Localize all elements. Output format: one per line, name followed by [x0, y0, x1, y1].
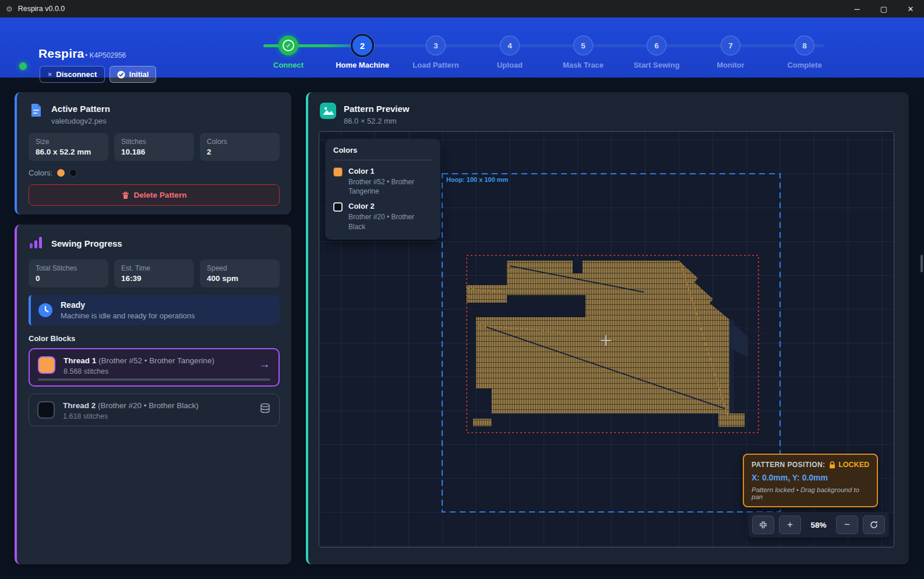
app-icon: ⚙: [6, 5, 13, 13]
step-upload[interactable]: 4 Upload: [474, 36, 546, 69]
step-start-sewing[interactable]: 6 Start Sewing: [620, 36, 693, 69]
minimize-button[interactable]: ─: [844, 0, 870, 17]
x-icon: ×: [48, 70, 52, 79]
stat-colors: Colors 2: [200, 133, 280, 161]
machine-status-banner: Ready Machine is idle and ready for oper…: [29, 295, 280, 325]
card-title: Pattern Preview: [344, 104, 410, 114]
zoom-level: 58%: [806, 521, 831, 529]
step-number: 3: [426, 36, 446, 55]
machine-serial: • K4P502956: [85, 51, 126, 59]
step-connect[interactable]: ✓ Connect: [252, 36, 325, 69]
delete-pattern-button[interactable]: Delete Pattern: [29, 184, 280, 206]
zoom-out-button[interactable]: −: [836, 515, 858, 534]
color-swatch-orange: [57, 169, 65, 177]
scrollbar-thumb[interactable]: [921, 255, 923, 272]
stat-est-time: Est. Time 16:39: [114, 259, 194, 287]
stat-size: Size 86.0 x 52.2 mm: [29, 133, 108, 161]
refresh-icon: [869, 520, 879, 529]
arrow-right-icon[interactable]: →: [259, 357, 270, 371]
legend-swatch-orange: [333, 167, 343, 177]
legend-title: Colors: [333, 146, 432, 155]
check-circle-icon: [117, 71, 125, 79]
position-title: PATTERN POSITION:: [752, 461, 825, 469]
hoop-label: Hoop: 100 x 100 mm: [446, 176, 509, 183]
step-number: 8: [795, 36, 814, 55]
zoom-toolbar: + 58% −: [748, 512, 889, 538]
color-swatch-black: [69, 169, 77, 177]
stat-stitches: Stitches 10.186: [114, 133, 194, 161]
pattern-dimensions: 86.0 × 52.2 mm: [344, 117, 410, 125]
image-icon: [320, 103, 336, 119]
step-number: 2: [351, 34, 374, 57]
maximize-button[interactable]: ▢: [870, 0, 897, 17]
app-header: Respira • K4P502956 × Disconnect Initial…: [0, 17, 924, 78]
layers-icon: [259, 402, 271, 416]
status-description: Machine is idle and ready for operations: [61, 311, 195, 320]
step-number: 6: [647, 36, 666, 55]
colors-label: Colors:: [29, 169, 52, 177]
lock-icon: [829, 461, 835, 469]
thread-2-block[interactable]: Thread 2 (Brother #20 • Brother Black) 1…: [29, 394, 280, 426]
step-mask-trace[interactable]: 5 Mask Trace: [547, 36, 619, 69]
pattern-position-overlay: PATTERN POSITION: LOCKED X: 0.0mm, Y: 0.…: [743, 454, 878, 507]
stat-speed: Speed 400 spm: [200, 259, 280, 287]
legend-color-2: Color 2 Brother #20 • Brother Black: [333, 202, 432, 231]
compress-icon: [759, 520, 768, 529]
bar-chart-icon: [29, 235, 44, 250]
refresh-view-button[interactable]: [863, 515, 885, 534]
step-home-machine[interactable]: 2 Home Machine: [326, 36, 398, 69]
zoom-in-button[interactable]: +: [779, 515, 801, 534]
active-pattern-card: Active Pattern valetudogv2.pes Size 86.0…: [15, 92, 291, 215]
pattern-preview-card: Pattern Preview 86.0 × 52.2 mm: [306, 92, 909, 564]
app-window: ⚙ Respira v0.0.0 ─ ▢ ✕ Respira • K4P5029…: [0, 0, 924, 579]
thread-2-stitches: 1.618 stitches: [63, 412, 199, 420]
stat-total-stitches: Total Stitches 0: [29, 259, 108, 287]
brand-title: Respira: [38, 47, 84, 61]
sewing-progress-card: Sewing Progress Total Stitches 0 Est. Ti…: [15, 224, 291, 564]
step-number: 4: [500, 36, 520, 55]
thread-1-progress-bar: [38, 378, 270, 381]
preview-canvas[interactable]: Hoop: 100 x 100 mm: [319, 131, 894, 548]
status-title: Ready: [61, 300, 195, 310]
card-title: Active Pattern: [51, 104, 110, 114]
titlebar[interactable]: ⚙ Respira v0.0.0 ─ ▢ ✕: [0, 0, 924, 17]
legend-color-1: Color 1 Brother #52 • Brother Tangerine: [333, 167, 432, 196]
initial-button[interactable]: Initial: [110, 66, 156, 83]
color-blocks-label: Color Blocks: [29, 334, 280, 343]
step-check-icon: ✓: [278, 36, 298, 55]
colors-legend: Colors Color 1 Brother #52 • Brother Tan…: [325, 139, 440, 240]
locked-badge: LOCKED: [838, 461, 869, 469]
card-title: Sewing Progress: [51, 238, 122, 248]
disconnect-button[interactable]: × Disconnect: [40, 66, 105, 83]
trash-icon: [122, 191, 129, 199]
document-icon: [29, 103, 44, 118]
legend-swatch-black: [333, 202, 343, 212]
close-button[interactable]: ✕: [897, 0, 924, 17]
step-complete[interactable]: 8 Complete: [768, 36, 841, 69]
pattern-filename: valetudogv2.pes: [51, 117, 110, 125]
thread-1-swatch: [38, 356, 55, 374]
thread-1-stitches: 8.568 stitches: [64, 367, 214, 376]
window-title: Respira v0.0.0: [18, 5, 65, 13]
step-number: 7: [721, 36, 740, 55]
connection-status-dot: [19, 62, 27, 70]
position-coordinates: X: 0.0mm, Y: 0.0mm: [752, 473, 869, 482]
clock-icon: [38, 303, 53, 318]
fit-view-button[interactable]: [752, 515, 774, 534]
thread-1-block[interactable]: Thread 1 (Brother #52 • Brother Tangerin…: [29, 348, 280, 387]
step-number: 5: [573, 36, 593, 55]
step-monitor[interactable]: 7 Monitor: [694, 36, 767, 69]
step-load-pattern[interactable]: 3 Load Pattern: [400, 36, 472, 69]
position-hint: Pattern locked • Drag background to pan: [752, 486, 869, 500]
thread-2-swatch: [37, 401, 55, 419]
